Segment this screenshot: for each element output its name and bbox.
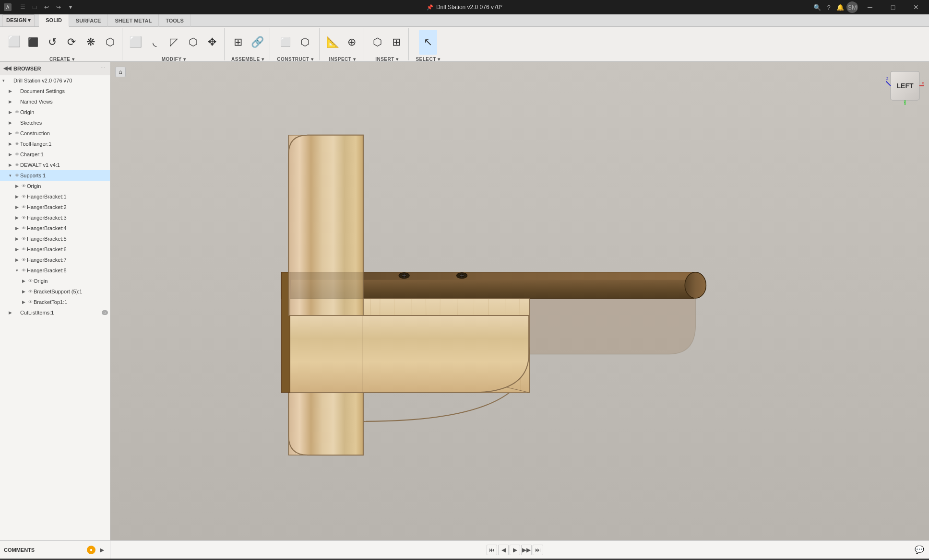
tab-tools[interactable]: TOOLS: [159, 14, 191, 27]
tree-eye-hangerbracket2[interactable]: 👁: [20, 204, 27, 210]
tree-expand-hangerbracket7[interactable]: ▶: [13, 255, 20, 265]
tree-item-charger[interactable]: ▶👁Charger:1: [0, 149, 110, 160]
new-component-btn[interactable]: ⬜: [5, 30, 23, 55]
tree-expand-hangerbracket2[interactable]: ▶: [13, 202, 20, 212]
comments-expand-btn[interactable]: ▶: [97, 546, 106, 554]
tree-eye-construction[interactable]: 👁: [13, 130, 20, 137]
tree-item-dewalt[interactable]: ▶👁DEWALT v1 v4:1: [0, 160, 110, 170]
tree-item-brackettop[interactable]: ▶👁BracketTop1:1: [0, 297, 110, 307]
tree-expand-dewalt[interactable]: ▶: [7, 160, 13, 170]
design-dropdown[interactable]: DESIGN ▾: [2, 14, 35, 27]
tree-item-bracketsupport[interactable]: ▶👁BracketSupport (5):1: [0, 286, 110, 297]
play-btn[interactable]: ▶: [510, 545, 520, 555]
tree-eye-hangerbracket6[interactable]: 👁: [20, 246, 27, 253]
maximize-btn[interactable]: □: [882, 0, 904, 14]
move-btn[interactable]: ✥: [203, 30, 221, 55]
tree-eye-hangerbracket7[interactable]: 👁: [20, 257, 27, 263]
browser-collapse-btn[interactable]: ◀◀: [3, 64, 12, 73]
tree-expand-sup_origin[interactable]: ▶: [13, 181, 20, 191]
orientation-cube[interactable]: LEFT X Y Z: [886, 67, 924, 105]
tree-expand-hb8_origin[interactable]: ▶: [20, 276, 27, 286]
tree-expand-hangerbracket8[interactable]: ▾: [13, 265, 20, 276]
interference-btn[interactable]: ⊕: [343, 30, 361, 55]
tree-eye-brackettop[interactable]: 👁: [27, 299, 34, 305]
fillet-btn[interactable]: ◟: [145, 30, 164, 55]
tree-eye-docsettings[interactable]: [13, 88, 20, 94]
tree-eye-hangerbracket5[interactable]: 👁: [20, 235, 27, 242]
tree-expand-hangerbracket4[interactable]: ▶: [13, 223, 20, 233]
tree-item-root[interactable]: ▾Drill Station v2.0 076 v70: [0, 75, 110, 86]
tree-item-hangerbracket1[interactable]: ▶👁HangerBracket:1: [0, 191, 110, 202]
tree-item-sketches[interactable]: ▶Sketches: [0, 117, 110, 128]
tree-eye-cutlist[interactable]: [13, 309, 20, 316]
tree-eye-supports[interactable]: 👁: [13, 172, 20, 179]
tree-item-origin[interactable]: ▶👁Origin: [0, 107, 110, 117]
redo-btn[interactable]: ↪: [53, 2, 64, 12]
browser-settings-btn[interactable]: ⋯: [98, 64, 107, 73]
tree-expand-bracketsupport[interactable]: ▶: [20, 286, 27, 297]
tree-item-cutlist[interactable]: ▶CutListItems:1○: [0, 307, 110, 318]
tree-expand-namedviews[interactable]: ▶: [7, 96, 13, 107]
new-component-assemble-btn[interactable]: ⊞: [229, 30, 247, 55]
tree-item-hb8_origin[interactable]: ▶👁Origin: [0, 276, 110, 286]
insert-svg-btn[interactable]: ⊞: [387, 30, 405, 55]
tree-expand-supports[interactable]: ▾: [7, 170, 13, 181]
tree-eye-sketches[interactable]: [13, 119, 20, 126]
tree-eye-bracketsupport[interactable]: 👁: [27, 288, 34, 295]
tree-expand-hangerbracket6[interactable]: ▶: [13, 244, 20, 255]
tree-item-docsettings[interactable]: ▶Document Settings: [0, 86, 110, 96]
search-btn[interactable]: 🔍: [812, 2, 822, 12]
tree-expand-hangerbracket1[interactable]: ▶: [13, 191, 20, 202]
revolve-btn[interactable]: ↺: [43, 30, 61, 55]
help-btn[interactable]: ?: [823, 2, 834, 12]
tree-item-hangerbracket5[interactable]: ▶👁HangerBracket:5: [0, 233, 110, 244]
create-more-btn[interactable]: ⬡: [101, 30, 119, 55]
quick-access-more[interactable]: ▾: [65, 2, 76, 12]
tree-expand-toolhanger[interactable]: ▶: [7, 139, 13, 149]
go-end-btn[interactable]: ⏭: [533, 545, 543, 555]
new-btn[interactable]: □: [29, 2, 40, 12]
tree-eye-sup_origin[interactable]: 👁: [20, 183, 27, 189]
tree-item-toolhanger[interactable]: ▶👁ToolHanger:1: [0, 139, 110, 149]
tree-eye-charger[interactable]: 👁: [13, 151, 20, 158]
tree-eye-dewalt[interactable]: 👁: [13, 162, 20, 168]
undo-btn[interactable]: ↩: [41, 2, 52, 12]
shell-btn[interactable]: ⬡: [184, 30, 202, 55]
tree-expand-hangerbracket3[interactable]: ▶: [13, 212, 20, 223]
tree-item-namedviews[interactable]: ▶Named Views: [0, 96, 110, 107]
midplane-btn[interactable]: ⬡: [296, 30, 314, 55]
viewport[interactable]: LEFT X Y Z ⌂: [110, 62, 929, 540]
close-btn[interactable]: ✕: [905, 0, 927, 14]
fit-view-btn[interactable]: ⌂: [115, 67, 126, 77]
comments-add-btn[interactable]: ●: [87, 546, 95, 554]
tree-expand-charger[interactable]: ▶: [7, 149, 13, 160]
tree-expand-sketches[interactable]: ▶: [7, 117, 13, 128]
loft-btn[interactable]: ❋: [82, 30, 100, 55]
tree-item-hangerbracket7[interactable]: ▶👁HangerBracket:7: [0, 255, 110, 265]
sweep-btn[interactable]: ⟳: [62, 30, 81, 55]
prev-btn[interactable]: ◀: [498, 545, 509, 555]
offset-plane-btn[interactable]: ⬜: [276, 30, 295, 55]
tree-eye-origin[interactable]: 👁: [13, 109, 20, 116]
press-pull-btn[interactable]: ⬜: [126, 30, 144, 55]
tree-expand-root[interactable]: ▾: [0, 75, 7, 86]
tree-item-construction[interactable]: ▶👁Construction: [0, 128, 110, 139]
minimize-btn[interactable]: ─: [859, 0, 881, 14]
tree-expand-hangerbracket5[interactable]: ▶: [13, 233, 20, 244]
tree-expand-brackettop[interactable]: ▶: [20, 297, 27, 307]
tree-eye-namedviews[interactable]: [13, 98, 20, 105]
user-btn[interactable]: SM: [846, 1, 858, 13]
chamfer-btn[interactable]: ◸: [165, 30, 183, 55]
tree-expand-docsettings[interactable]: ▶: [7, 86, 13, 96]
tree-eye-root[interactable]: [7, 77, 13, 84]
tree-eye-hb8_origin[interactable]: 👁: [27, 278, 34, 284]
tab-surface[interactable]: SURFACE: [69, 14, 108, 27]
tree-item-sup_origin[interactable]: ▶👁Origin: [0, 181, 110, 191]
tree-item-hangerbracket8[interactable]: ▾👁HangerBracket:8: [0, 265, 110, 276]
tree-item-hangerbracket2[interactable]: ▶👁HangerBracket:2: [0, 202, 110, 212]
chat-btn[interactable]: 💬: [915, 545, 924, 554]
tree-expand-cutlist[interactable]: ▶: [7, 307, 13, 318]
tab-solid[interactable]: SOLID: [39, 14, 69, 27]
tree-item-hangerbracket4[interactable]: ▶👁HangerBracket:4: [0, 223, 110, 233]
tree-eye-hangerbracket4[interactable]: 👁: [20, 225, 27, 232]
